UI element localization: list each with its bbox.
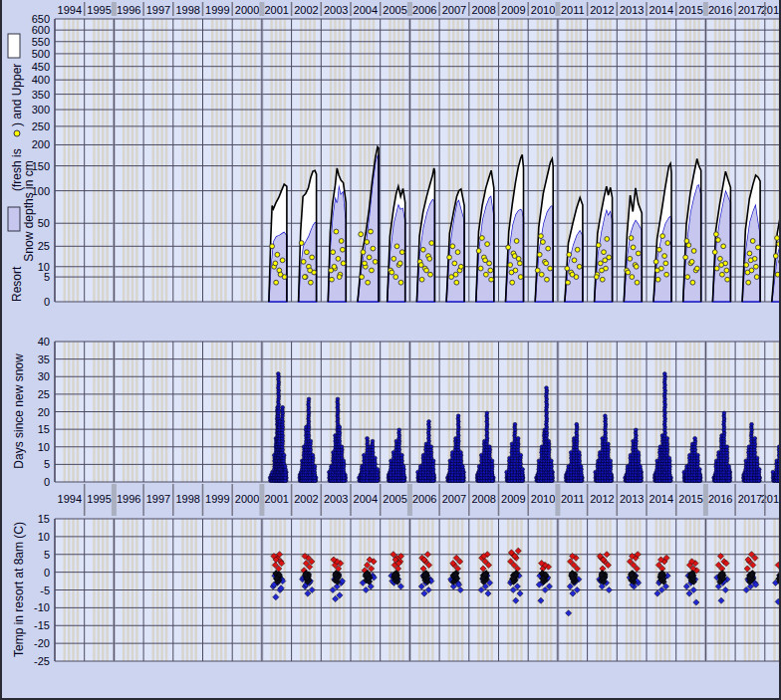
fresh-snow-dot bbox=[488, 268, 493, 273]
days-since-snow-dot bbox=[722, 411, 726, 415]
month-stripe bbox=[123, 19, 126, 302]
fresh-snow-dot bbox=[654, 268, 659, 273]
year-separator bbox=[498, 2, 500, 16]
fresh-snow-dot bbox=[603, 258, 608, 263]
year-label: 1996 bbox=[117, 4, 140, 16]
year-label: 2006 bbox=[412, 493, 436, 505]
fresh-snow-dot bbox=[719, 263, 724, 268]
year-separator bbox=[231, 2, 233, 16]
year-separator bbox=[172, 484, 174, 516]
fresh-snow-dot bbox=[756, 245, 761, 250]
y-tick-label: 10 bbox=[38, 531, 50, 543]
year-separator bbox=[112, 2, 117, 16]
fresh-snow-dot bbox=[453, 272, 458, 277]
fresh-snow-dot bbox=[754, 264, 759, 269]
fresh-snow-dot bbox=[655, 277, 660, 282]
days-since-snow-dot bbox=[777, 459, 781, 463]
year-label: 2013 bbox=[620, 4, 644, 16]
snow-axis-title-upper: ) and Upper bbox=[10, 64, 24, 126]
month-stripe bbox=[186, 19, 189, 302]
fresh-snow-dot bbox=[334, 229, 339, 234]
fresh-snow-dot bbox=[361, 250, 366, 255]
temp-axis-title: Temp in resort at 8am (C) bbox=[12, 522, 26, 657]
days-since-snow-dot bbox=[750, 422, 754, 426]
y-tick-label: -25 bbox=[34, 655, 50, 667]
fresh-snow-dot bbox=[663, 261, 668, 266]
fresh-snow-dot bbox=[340, 247, 345, 252]
chart-canvas: 1994199519961997199819992000200120022003… bbox=[2, 0, 781, 700]
fresh-snow-dot bbox=[539, 272, 544, 277]
fresh-snow-dot bbox=[548, 266, 553, 271]
fresh-snow-dot bbox=[636, 251, 641, 256]
fresh-snow-dot bbox=[567, 252, 572, 257]
year-label: 1997 bbox=[146, 493, 170, 505]
y-tick-label: 5 bbox=[44, 549, 50, 561]
year-label: 2003 bbox=[324, 4, 348, 16]
days-since-snow-dot bbox=[727, 465, 731, 469]
fresh-snow-dot bbox=[544, 261, 549, 266]
month-stripe bbox=[190, 19, 193, 302]
month-stripe bbox=[68, 19, 71, 302]
fresh-snow-dot bbox=[447, 255, 452, 260]
year-label: 1996 bbox=[117, 493, 140, 505]
y-tick-label: 40 bbox=[38, 336, 50, 348]
year-separator bbox=[527, 484, 529, 516]
year-separator bbox=[202, 2, 204, 16]
y-tick-label: 25 bbox=[38, 388, 50, 400]
fresh-snow-dot bbox=[275, 252, 280, 257]
days-since-snow-dot bbox=[427, 419, 431, 423]
year-separator bbox=[646, 2, 648, 16]
fresh-snow-dot bbox=[754, 275, 759, 280]
fresh-snow-dot bbox=[712, 250, 717, 255]
year-label: 1995 bbox=[87, 4, 111, 16]
days-since-snow-dot bbox=[401, 465, 405, 469]
days-since-snow-dot bbox=[547, 439, 551, 443]
fresh-snow-dot bbox=[541, 240, 546, 245]
year-label: 2008 bbox=[471, 4, 495, 16]
days-since-snow-dot bbox=[753, 436, 757, 440]
year-separator bbox=[291, 484, 293, 516]
fresh-snow-dot bbox=[724, 268, 729, 273]
year-label: 2009 bbox=[501, 4, 525, 16]
fresh-snow-dot bbox=[397, 261, 402, 266]
month-stripe bbox=[245, 19, 248, 302]
fresh-snow-dot bbox=[508, 263, 513, 268]
year-label: 2011 bbox=[561, 493, 585, 505]
year-separator bbox=[172, 2, 174, 16]
fresh-snow-dot bbox=[330, 277, 335, 282]
days-since-snow-dot bbox=[488, 445, 492, 449]
y-tick-label: 200 bbox=[32, 138, 50, 150]
year-separator bbox=[259, 484, 264, 516]
fresh-snow-dot bbox=[370, 268, 375, 273]
fresh-snow-dot bbox=[775, 236, 780, 241]
year-separator bbox=[646, 484, 648, 516]
month-stripe bbox=[152, 19, 155, 302]
fresh-snow-dot bbox=[369, 229, 374, 234]
days-since-snow-dot bbox=[281, 405, 285, 409]
y-tick-label: 450 bbox=[32, 61, 50, 73]
year-separator bbox=[703, 484, 708, 516]
upper-depth-swatch bbox=[8, 34, 20, 58]
fresh-snow-dot bbox=[626, 270, 631, 275]
fresh-snow-dot bbox=[359, 232, 364, 237]
fresh-snow-dot bbox=[449, 275, 454, 280]
fresh-snow-dot bbox=[517, 261, 522, 266]
days-since-snow-dot bbox=[521, 467, 525, 471]
year-label: 2002 bbox=[294, 4, 318, 16]
days-since-snow-dot bbox=[371, 439, 375, 443]
days-since-snow-dot bbox=[777, 448, 781, 452]
month-stripe bbox=[220, 19, 223, 302]
fresh-snow-dot bbox=[506, 245, 511, 250]
y-tick-label: -15 bbox=[34, 619, 50, 631]
year-label: 2004 bbox=[354, 4, 378, 16]
days-since-snow-dot bbox=[513, 422, 517, 426]
year-label: 2011 bbox=[561, 4, 585, 16]
year-separator bbox=[291, 2, 293, 16]
year-label: 2005 bbox=[383, 4, 406, 16]
fresh-snow-dot bbox=[537, 252, 542, 257]
fresh-snow-dot bbox=[454, 280, 459, 285]
fresh-snow-dot bbox=[452, 261, 457, 266]
fresh-snow-dot bbox=[450, 244, 455, 249]
days-since-snow-dot bbox=[519, 453, 523, 457]
y-tick-label: 400 bbox=[32, 74, 50, 86]
